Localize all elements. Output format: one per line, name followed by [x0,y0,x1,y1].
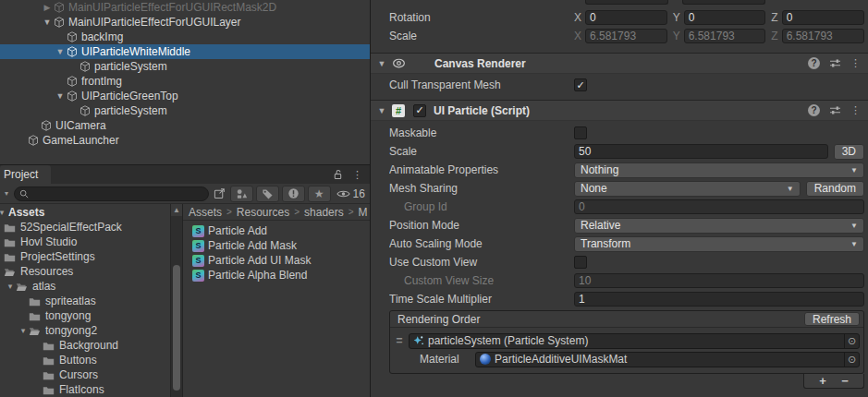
tree-row[interactable]: ▾ Assets [0,205,170,220]
scrollbar-thumb[interactable] [173,265,180,391]
material-object-field[interactable]: ParticleAdditiveUIMaskMat ⊙ [475,352,860,367]
position-mode-dropdown[interactable]: Relative ▼ [574,218,864,234]
hierarchy-row-selected[interactable]: ▼ UIParticleWhiteMiddle [0,44,370,59]
open-in-search-icon[interactable] [212,186,227,202]
component-enabled-checkbox[interactable]: ✓ [413,104,426,117]
hierarchy-row[interactable]: ▼ UIParticleGreenTop [0,89,370,103]
chevron-right-icon[interactable]: ▶ [41,3,54,12]
maskable-row: Maskable [371,124,868,142]
chevron-down-icon[interactable]: ▾ [18,326,29,335]
random-button[interactable]: Random [806,181,864,197]
chevron-down-icon[interactable]: ▼ [54,47,67,56]
add-button[interactable]: + [819,375,826,387]
hierarchy-row[interactable]: UICamera [0,118,370,133]
menu-icon[interactable]: ⋮ [850,104,861,116]
axis-y-label: Y [673,30,680,42]
hierarchy-row[interactable]: ▼ MainUIParticleEffectForUGUILayer [0,15,370,30]
folder-icon [29,311,43,321]
tree-row[interactable]: 52SpecialEffectPack [0,220,170,235]
chevron-down-icon[interactable]: ▾ [0,208,7,217]
maskable-checkbox[interactable] [574,126,587,139]
visibility-toggle[interactable]: 16 [334,187,368,200]
refresh-button[interactable]: Refresh [804,312,860,326]
rotation-y-field[interactable] [684,10,766,25]
remove-button[interactable]: − [841,375,849,387]
tree-row[interactable]: FlatIcons [0,382,170,397]
tree-item-label: spriteatlas [45,295,96,307]
menu-icon[interactable]: ⋮ [850,57,861,69]
drag-handle-icon[interactable]: = [394,334,405,347]
particle-scale-field[interactable] [574,144,828,159]
hierarchy-row[interactable]: frontImg [0,74,370,89]
hierarchy-row[interactable]: ▶ MainUIParticleEffectForUGUIRectMask2D [0,0,370,15]
tree-row[interactable]: ProjectSettings [0,249,170,264]
foldout-icon[interactable]: ▼ [376,59,387,68]
position-field-partial[interactable] [585,0,668,5]
help-icon[interactable]: ? [808,57,820,69]
tab-project[interactable]: Project [0,165,51,184]
ui-particle-header[interactable]: ▼ # ✓ UI Particle (Script) ? ⋮ [371,101,868,121]
dropdown-value: None [581,182,607,195]
mesh-sharing-dropdown[interactable]: None ▼ [574,181,801,197]
tree-scrollbar[interactable]: ▲ [170,204,182,397]
time-scale-multiplier-field[interactable] [574,292,864,307]
tree-row[interactable]: spriteatlas [0,294,170,308]
rotation-z-field[interactable] [782,10,864,25]
chevron-down-icon[interactable]: ▾ [5,282,16,291]
asset-row[interactable]: S Particle Alpha Blend [183,268,370,283]
hierarchy-row[interactable]: GameLauncher [0,133,370,148]
lock-icon[interactable] [333,169,343,180]
hierarchy-row[interactable]: particleSystem [0,59,370,74]
search-by-label-icon[interactable] [256,186,279,202]
search-by-type-icon[interactable] [230,186,253,202]
search-box[interactable] [14,186,209,201]
cull-transparent-mesh-checkbox[interactable]: ✓ [574,78,587,91]
tree-row[interactable]: Buttons [0,353,170,367]
breadcrumb-item[interactable]: Resources [237,206,289,219]
foldout-icon[interactable]: ▼ [376,106,387,115]
scale-3d-button[interactable]: 3D [834,144,864,160]
csharp-script-icon: # [392,104,405,117]
help-icon[interactable]: ? [808,104,820,116]
particle-system-object-field[interactable]: particleSystem (Particle System) ⊙ [409,333,860,349]
chevron-down-icon[interactable]: ▼ [41,18,54,27]
use-custom-view-checkbox[interactable] [574,256,587,269]
tree-row[interactable]: ▾ tongyong2 [0,323,170,338]
auto-scaling-mode-dropdown[interactable]: Transform ▼ [574,236,864,252]
save-search-icon[interactable]: ★ [308,186,331,202]
search-by-import-log-icon[interactable] [282,186,305,202]
eye-icon [336,189,350,198]
search-input[interactable] [31,188,203,199]
asset-row[interactable]: S Particle Add Mask [183,238,370,253]
hierarchy-row[interactable]: backImg [0,30,370,44]
tree-row[interactable]: Background [0,338,170,353]
create-dropdown-icon[interactable]: ▾ [2,189,11,198]
asset-row[interactable]: S Particle Add [183,223,370,238]
tree-row[interactable]: tongyong [0,308,170,323]
tree-row[interactable]: Hovl Studio [0,235,170,249]
shader-icon: S [192,225,204,237]
asset-row[interactable]: S Particle Add UI Mask [183,253,370,268]
object-picker-icon[interactable]: ⊙ [844,334,859,348]
position-field-partial[interactable] [682,0,765,5]
animatable-properties-dropdown[interactable]: Nothing ▼ [574,162,864,178]
rendering-order-title: Rendering Order [397,313,480,326]
object-picker-icon[interactable]: ⊙ [844,353,859,367]
folder-icon [43,370,56,380]
hierarchy-item-label: frontImg [81,75,122,88]
breadcrumb-item[interactable]: M [359,206,368,219]
hierarchy-item-label: UICamera [55,119,106,132]
breadcrumb-item[interactable]: Assets [189,206,222,219]
tree-row[interactable]: Resources [0,264,170,279]
rotation-x-field[interactable] [585,10,667,25]
presets-icon[interactable] [829,105,841,115]
canvas-renderer-header[interactable]: ▼ Canvas Renderer ? ⋮ [371,54,868,74]
presets-icon[interactable] [829,58,841,68]
menu-icon[interactable]: ⋮ [352,169,362,181]
scrollbar-up-icon[interactable]: ▲ [171,204,182,216]
chevron-down-icon[interactable]: ▼ [54,91,67,101]
tree-row[interactable]: Cursors [0,367,170,382]
breadcrumb-item[interactable]: shaders [304,206,344,219]
tree-row[interactable]: ▾ atlas [0,279,170,294]
hierarchy-row[interactable]: particleSystem [0,103,370,118]
